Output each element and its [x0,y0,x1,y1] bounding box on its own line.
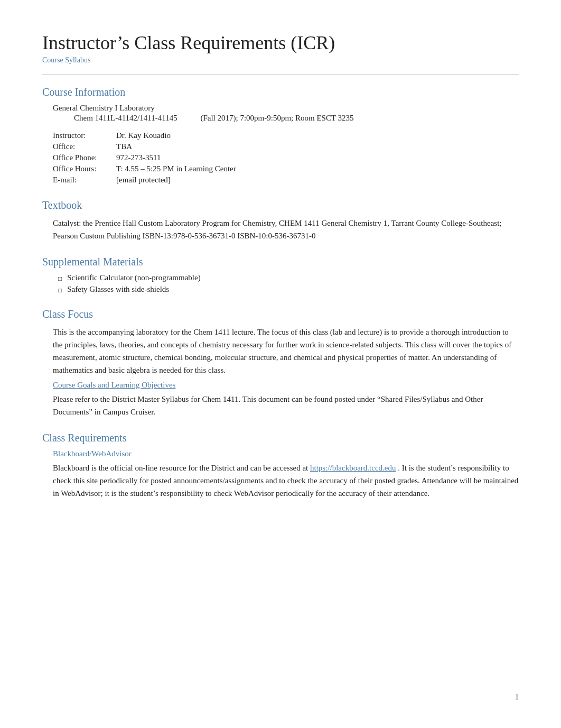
page-number: 1 [515,693,519,702]
office-label: Office: [53,141,116,152]
class-requirements-heading: Class Requirements [42,432,519,444]
office-hours-value: T: 4.55 – 5:25 PM in Learning Center [116,163,252,174]
office-hours-row: Office Hours: T: 4.55 – 5:25 PM in Learn… [53,163,252,174]
list-item: □Scientific Calculator (non-programmable… [58,273,519,283]
instructor-label: Instructor: [53,130,116,141]
textbook-heading: Textbook [42,199,519,211]
office-phone-value: 972-273-3511 [116,152,252,163]
bullet-icon: □ [58,287,62,294]
list-item: □Safety Glasses with side-shields [58,285,519,294]
class-requirements-section: Class Requirements Blackboard/WebAdvisor… [42,432,519,500]
blackboard-link[interactable]: https://blackboard.tccd.edu [310,464,396,472]
supplemental-materials-heading: Supplemental Materials [42,256,519,268]
supplemental-list: □Scientific Calculator (non-programmable… [42,273,519,294]
course-goals-link[interactable]: Course Goals and Learning Objectives [53,381,519,390]
email-label: E-mail: [53,174,116,186]
blackboard-text-before-link: Blackboard is the official on-line resou… [53,464,308,472]
instructor-row: Instructor: Dr. Kay Kouadio [53,130,252,141]
class-focus-text2: Please refer to the District Master Syll… [53,393,519,418]
instructor-info-table: Instructor: Dr. Kay Kouadio Office: TBA … [53,130,252,186]
office-row: Office: TBA [53,141,252,152]
section-divider [42,74,519,75]
blackboard-text: Blackboard is the official on-line resou… [53,462,519,500]
course-information-section: Course Information General Chemistry I L… [42,86,519,186]
textbook-section: Textbook Catalyst: the Prentice Hall Cus… [42,199,519,242]
office-hours-label: Office Hours: [53,163,116,174]
office-phone-label: Office Phone: [53,152,116,163]
instructor-value: Dr. Kay Kouadio [116,130,252,141]
blackboard-subheading: Blackboard/WebAdvisor [53,449,519,458]
page-subtitle: Course Syllabus [42,56,519,64]
course-name: General Chemistry I Laboratory [53,104,519,113]
office-value: TBA [116,141,252,152]
course-details: Chem 1411L-41142/1411-41145 (Fall 2017);… [74,114,519,123]
course-code: Chem 1411L-41142/1411-41145 [74,114,177,122]
email-row: E-mail: [email protected] [53,174,252,186]
class-focus-section: Class Focus This is the accompanying lab… [42,308,519,418]
email-value: [email protected] [116,174,252,186]
office-phone-row: Office Phone: 972-273-3511 [53,152,252,163]
list-item-text: Safety Glasses with side-shields [67,285,169,294]
bullet-icon: □ [58,275,62,283]
textbook-text: Catalyst: the Prentice Hall Custom Labor… [53,217,519,242]
list-item-text: Scientific Calculator (non-programmable) [67,273,200,282]
class-focus-text1: This is the accompanying laboratory for … [53,326,519,376]
class-focus-heading: Class Focus [42,308,519,320]
page-title: Instructor’s Class Requirements (ICR) [42,32,519,54]
course-information-heading: Course Information [42,86,519,98]
course-schedule: (Fall 2017); 7:00pm-9:50pm; Room ESCT 32… [200,114,353,122]
supplemental-materials-section: Supplemental Materials □Scientific Calcu… [42,256,519,294]
